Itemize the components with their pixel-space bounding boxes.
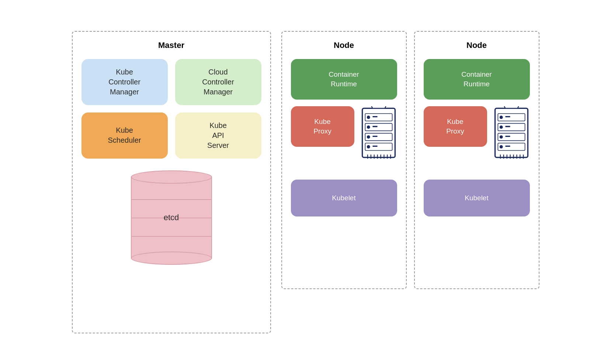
svg-point-30: [499, 135, 503, 138]
cylinder-top: [131, 170, 212, 184]
node-2-title: Node: [424, 41, 530, 50]
node-2-kube-proxy: KubeProxy: [424, 106, 487, 147]
cylinder-bottom: [131, 252, 212, 265]
svg-rect-9: [372, 135, 377, 136]
svg-rect-25: [505, 116, 510, 117]
svg-point-2: [367, 115, 370, 119]
cylinder-line-1: [132, 199, 211, 200]
node-2-components: ContainerRuntime KubeProxy: [424, 59, 530, 217]
node-1-kubelet: Kubelet: [291, 180, 397, 216]
svg-point-33: [499, 145, 503, 148]
svg-rect-31: [505, 135, 510, 136]
cylinder-line-3: [132, 236, 211, 237]
svg-point-11: [367, 145, 370, 148]
node-2-proxy-row: KubeProxy: [424, 106, 530, 173]
node-1-container-runtime: ContainerRuntime: [291, 59, 397, 100]
svg-point-5: [367, 125, 370, 129]
kube-api-server-box: KubeAPIServer: [175, 112, 261, 159]
etcd-label: etcd: [164, 213, 179, 222]
kube-controller-manager-box: KubeControllerManager: [81, 59, 168, 105]
svg-rect-3: [372, 116, 377, 117]
svg-rect-28: [505, 126, 510, 127]
kube-scheduler-box: KubeScheduler: [81, 112, 168, 159]
master-panel: Master KubeControllerManager CloudContro…: [72, 31, 271, 333]
master-components-grid: KubeControllerManager CloudControllerMan…: [81, 59, 261, 159]
node-2-container-runtime: ContainerRuntime: [424, 59, 530, 100]
node-1-panel: Node ContainerRuntime KubeProxy: [281, 31, 407, 289]
node-1-kube-proxy: KubeProxy: [291, 106, 354, 147]
svg-marker-43: [503, 106, 519, 108]
node-2-panel: Node ContainerRuntime KubeProxy: [414, 31, 539, 289]
node-1-server-rack: [360, 106, 397, 173]
cylinder-body: etcd: [131, 177, 212, 258]
svg-point-8: [367, 135, 370, 138]
svg-rect-6: [372, 126, 377, 127]
node-2-kubelet: Kubelet: [424, 180, 530, 216]
svg-point-24: [499, 115, 503, 119]
node-1-components: ContainerRuntime KubeProxy: [291, 59, 397, 217]
node-2-server-rack: [493, 106, 530, 173]
svg-point-27: [499, 125, 503, 129]
etcd-container: etcd: [81, 170, 261, 265]
svg-rect-34: [505, 145, 510, 146]
node-1-proxy-row: KubeProxy: [291, 106, 397, 173]
svg-marker-21: [370, 106, 386, 108]
nodes-area: Node ContainerRuntime KubeProxy: [281, 31, 539, 289]
svg-rect-12: [372, 145, 377, 146]
cloud-controller-manager-box: CloudControllerManager: [175, 59, 261, 105]
kubernetes-architecture-diagram: Master KubeControllerManager CloudContro…: [57, 16, 554, 348]
master-title: Master: [81, 41, 261, 50]
etcd-cylinder: etcd: [131, 170, 212, 265]
node-1-title: Node: [291, 41, 397, 50]
